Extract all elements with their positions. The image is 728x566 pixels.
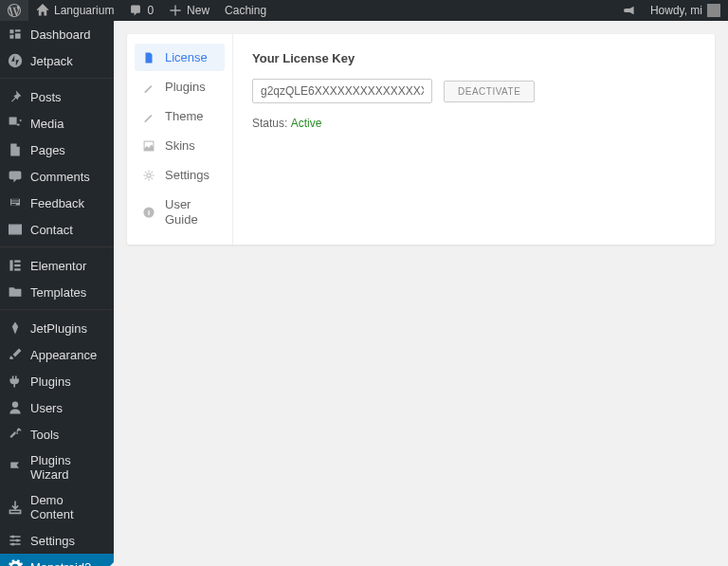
svg-rect-3 [14, 265, 20, 266]
sidebar-item-appearance[interactable]: Appearance [0, 341, 114, 368]
sidebar-item-demo-content[interactable]: Demo Content [0, 487, 114, 527]
comments-count: 0 [147, 4, 154, 17]
page-icon [8, 142, 23, 157]
sidebar-item-media[interactable]: Media [0, 110, 114, 137]
plus-icon [169, 4, 182, 17]
flag-icon [8, 460, 23, 475]
new-content-menu[interactable]: New [161, 0, 217, 21]
svg-point-0 [9, 54, 22, 67]
status-value: Active [291, 117, 322, 130]
sidebar-item-tools[interactable]: Tools [0, 421, 114, 447]
caching-menu[interactable]: Caching [217, 0, 274, 21]
my-account-menu[interactable]: Howdy, mi [643, 0, 728, 21]
notifications-menu[interactable] [614, 0, 643, 21]
mail-icon [8, 222, 23, 237]
wordpress-icon [8, 4, 21, 17]
sidebar-item-plugins[interactable]: Plugins [0, 368, 114, 394]
panel-tabs: License Plugins Theme Skins Settings iUs… [127, 34, 233, 245]
megaphone-icon [622, 4, 635, 17]
avatar [707, 4, 720, 17]
info-icon: i [142, 206, 155, 219]
sidebar-item-dashboard[interactable]: Dashboard [0, 21, 114, 47]
tab-settings[interactable]: Settings [135, 161, 225, 189]
license-status: Status: Active [252, 117, 696, 130]
plug-icon [8, 374, 23, 389]
document-icon [142, 51, 155, 64]
sidebar-item-elementor[interactable]: Elementor [0, 252, 114, 279]
tab-theme[interactable]: Theme [135, 102, 225, 130]
greeting-label: Howdy, mi [650, 4, 702, 17]
sidebar-item-comments[interactable]: Comments [0, 163, 114, 190]
sidebar-item-plugins-wizard[interactable]: Plugins Wizard [0, 447, 114, 487]
svg-point-10 [147, 173, 151, 176]
dashboard-icon [8, 27, 23, 42]
sidebar-item-pages[interactable]: Pages [0, 137, 114, 163]
tab-skins[interactable]: Skins [135, 132, 225, 159]
wand-icon [142, 110, 155, 123]
comment-icon [129, 4, 142, 17]
tab-license[interactable]: License [135, 44, 225, 71]
site-name-menu[interactable]: Languarium [28, 0, 121, 21]
tab-user-guide[interactable]: iUser Guide [135, 191, 225, 233]
settings-panel: License Plugins Theme Skins Settings iUs… [127, 34, 715, 245]
download-icon [8, 500, 23, 515]
main-content: License Plugins Theme Skins Settings iUs… [114, 21, 728, 566]
svg-rect-1 [9, 260, 12, 270]
media-icon [8, 116, 23, 131]
svg-point-7 [16, 539, 19, 541]
svg-text:i: i [148, 208, 150, 216]
image-icon [142, 139, 155, 153]
svg-point-6 [11, 535, 14, 538]
svg-rect-2 [14, 260, 20, 262]
svg-point-5 [12, 402, 18, 408]
deactivate-button[interactable]: DEACTIVATE [444, 81, 535, 102]
license-row: DEACTIVATE [252, 79, 696, 103]
feedback-icon [8, 195, 23, 210]
user-icon [8, 400, 23, 415]
sidebar-item-jetplugins[interactable]: JetPlugins [0, 315, 114, 341]
folder-icon [8, 284, 23, 300]
sidebar-item-jetpack[interactable]: Jetpack [0, 47, 114, 74]
jetpack-icon [8, 53, 23, 68]
svg-rect-4 [14, 268, 20, 270]
gear-icon [142, 169, 155, 182]
license-heading: Your License Key [252, 51, 696, 65]
wrench-icon [8, 427, 23, 442]
elementor-icon [8, 258, 23, 273]
admin-toolbar: Languarium 0 New Caching Howdy, mi [0, 0, 728, 21]
jet-icon [8, 320, 23, 336]
gear-icon [8, 559, 23, 566]
sidebar-item-templates[interactable]: Templates [0, 279, 114, 305]
wp-logo-menu[interactable] [0, 0, 28, 21]
sidebar-item-contact[interactable]: Contact [0, 216, 114, 243]
brush-icon [8, 347, 23, 362]
panel-body: Your License Key DEACTIVATE Status: Acti… [233, 34, 715, 245]
sliders-icon [8, 533, 23, 548]
new-label: New [187, 4, 209, 17]
home-icon [36, 4, 49, 17]
pin-icon [8, 89, 23, 104]
sidebar-item-settings[interactable]: Settings [0, 527, 114, 554]
site-name-label: Languarium [54, 4, 114, 17]
license-key-input[interactable] [252, 79, 432, 103]
sidebar-item-users[interactable]: Users [0, 394, 114, 421]
admin-sidebar: Dashboard Jetpack Posts Media Pages Comm… [0, 21, 114, 566]
tab-plugins[interactable]: Plugins [135, 73, 225, 100]
sidebar-item-posts[interactable]: Posts [0, 83, 114, 110]
sidebar-item-feedback[interactable]: Feedback [0, 190, 114, 216]
sidebar-item-monstroid2[interactable]: Monstroid2 [0, 554, 114, 566]
wand-icon [142, 81, 155, 94]
comment-icon [8, 169, 23, 184]
svg-point-8 [11, 542, 14, 545]
comments-menu[interactable]: 0 [121, 0, 161, 21]
